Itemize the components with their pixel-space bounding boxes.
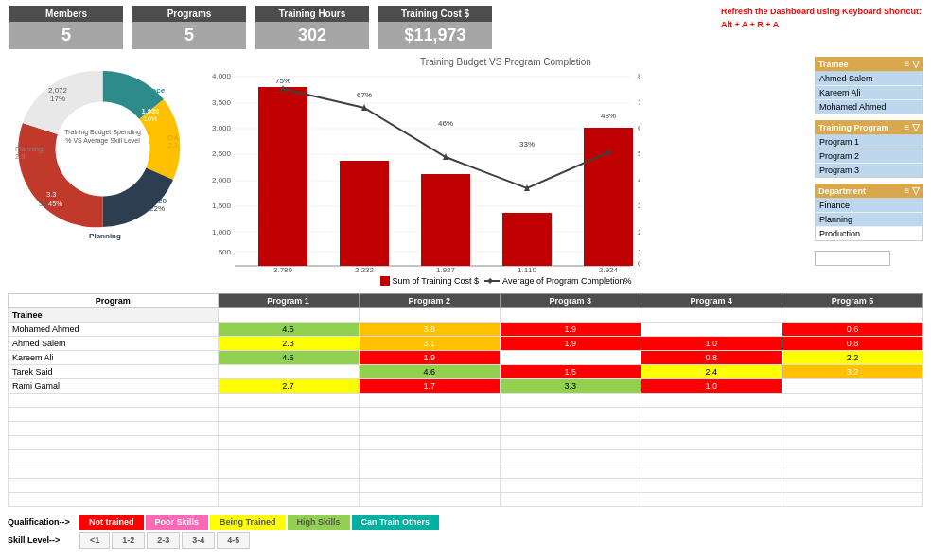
data-cell: 1.9 xyxy=(500,323,641,337)
svg-text:2,500: 2,500 xyxy=(212,149,232,158)
empty-cell xyxy=(641,422,782,436)
dept-item-0[interactable]: Finance xyxy=(816,199,922,213)
empty-cell xyxy=(359,479,500,493)
empty-row xyxy=(9,436,923,450)
svg-text:1,000: 1,000 xyxy=(212,228,232,236)
table-row: Ahmed Salem2.33.11.91.00.8 xyxy=(9,337,923,351)
bar-chart-svg: 4,000 3,500 3,000 2,500 2,000 1,500 1,00… xyxy=(204,69,640,272)
filter-icons-program[interactable]: ≡ ▽ xyxy=(904,122,920,132)
trainee-item-0[interactable]: Ahmed Salem xyxy=(816,72,922,86)
svg-text:Production: Production xyxy=(39,190,79,199)
col-program2: Program 2 xyxy=(359,294,500,308)
shortcut-key: Alt + A + R + A xyxy=(721,20,779,29)
empty-row xyxy=(9,450,923,464)
data-cell: 1.0 xyxy=(641,337,782,351)
program-item-1[interactable]: Program 2 xyxy=(816,149,922,164)
program-filter-label: Training Program ≡ ▽ xyxy=(815,120,923,134)
trainee-cell: Ahmed Salem xyxy=(9,337,219,351)
svg-text:3.3: 3.3 xyxy=(46,190,56,199)
empty-cell xyxy=(500,493,641,507)
svg-text:4,000: 4,000 xyxy=(212,72,232,80)
trainee-item-1[interactable]: Kareem Ali xyxy=(816,86,922,100)
svg-text:50%: 50% xyxy=(638,149,640,158)
svg-text:70%: 70% xyxy=(638,98,640,107)
empty-cell xyxy=(782,493,922,507)
empty-cell xyxy=(500,464,641,479)
svg-text:500: 500 xyxy=(219,248,232,256)
kpi-training-hours: Training Hours 302 xyxy=(255,6,369,49)
empty-cell xyxy=(218,408,359,422)
program-item-2[interactable]: Program 3 xyxy=(816,164,922,177)
search-input[interactable] xyxy=(815,251,890,266)
empty-cell xyxy=(218,422,359,436)
filter-icons-trainee[interactable]: ≡ ▽ xyxy=(904,59,920,69)
qualification-section: Qualification--> Not trained Poor Skills… xyxy=(0,511,931,532)
dept-item-1[interactable]: Planning xyxy=(816,213,922,227)
bar-program1 xyxy=(258,87,307,266)
svg-text:80%: 80% xyxy=(638,72,640,80)
svg-text:3,500: 3,500 xyxy=(212,98,232,107)
filter-icons-dept[interactable]: ≡ ▽ xyxy=(904,185,920,196)
data-cell xyxy=(641,323,782,337)
data-cell: 2.4 xyxy=(641,365,782,379)
empty-cell xyxy=(218,436,359,450)
data-cell: 2.2 xyxy=(782,351,922,365)
empty-row xyxy=(9,394,923,408)
empty-cell xyxy=(218,394,359,408)
empty-cell xyxy=(9,464,219,479)
trainee-cell: Rami Gamal xyxy=(9,379,219,394)
kpi-training-cost-label: Training Cost $ xyxy=(378,6,492,22)
empty-cell xyxy=(359,493,500,507)
svg-text:Finance: Finance xyxy=(135,86,165,95)
table-section: Program Program 1 Program 2 Program 3 Pr… xyxy=(0,289,931,511)
data-cell xyxy=(218,365,359,379)
svg-text:10%: 10% xyxy=(638,248,640,256)
data-cell: 3.8 xyxy=(359,323,500,337)
chart-title: Training Budget VS Program Completion xyxy=(204,57,807,67)
svg-point-0 xyxy=(55,102,149,197)
legend-bar-label: Sum of Training Cost $ xyxy=(393,276,480,286)
empty-cell xyxy=(641,450,782,464)
data-cell: 2.7 xyxy=(218,379,359,394)
empty-cell xyxy=(782,436,922,450)
col-program4: Program 4 xyxy=(641,294,782,308)
svg-text:Planning: Planning xyxy=(89,232,121,240)
data-cell: 3.3 xyxy=(500,379,641,394)
empty-row xyxy=(9,464,923,479)
data-cell: 1.7 xyxy=(359,379,500,394)
svg-text:45%: 45% xyxy=(48,200,62,208)
trainee-item-2[interactable]: Mohamed Ahmed xyxy=(816,100,922,114)
bar-program5 xyxy=(584,128,633,266)
empty-cell xyxy=(359,464,500,479)
data-cell: 0.8 xyxy=(782,337,922,351)
data-cell: 1.9 xyxy=(359,351,500,365)
empty-cell xyxy=(9,493,219,507)
kpi-training-hours-value: 302 xyxy=(255,22,369,49)
empty-cell xyxy=(500,394,641,408)
empty-cell xyxy=(641,493,782,507)
header-row: Members 5 Programs 5 Training Hours 302 … xyxy=(0,0,931,53)
data-cell: 2.3 xyxy=(218,337,359,351)
qual-poor-skills: Poor Skills xyxy=(146,515,209,530)
empty-row xyxy=(9,408,923,422)
department-filter: Department ≡ ▽ Finance Planning Producti… xyxy=(815,184,923,241)
svg-text:3,780: 3,780 xyxy=(273,266,293,272)
skill-4-5: 4-5 xyxy=(217,532,250,549)
col-p4-empty xyxy=(641,308,782,323)
department-filter-label: Department ≡ ▽ xyxy=(815,184,923,198)
qual-high-skills: High Skills xyxy=(288,515,350,530)
dept-item-2[interactable]: Production xyxy=(816,227,922,240)
empty-cell xyxy=(9,422,219,436)
skill-1-2: 1-2 xyxy=(112,532,145,549)
empty-cell xyxy=(9,394,219,408)
empty-cell xyxy=(500,479,641,493)
empty-cell xyxy=(782,422,922,436)
bar-program4 xyxy=(502,213,552,266)
program-item-0[interactable]: Program 1 xyxy=(816,135,922,149)
empty-cell xyxy=(359,408,500,422)
svg-text:Training Budget Spending: Training Budget Spending xyxy=(64,129,141,136)
skill-level-section: Skill Level--> <1 1-2 2-3 3-4 4-5 xyxy=(0,532,931,552)
department-filter-list: Finance Planning Production xyxy=(815,198,923,241)
legend-line-icon xyxy=(484,280,500,282)
row-header-trainee: Trainee xyxy=(9,308,219,323)
